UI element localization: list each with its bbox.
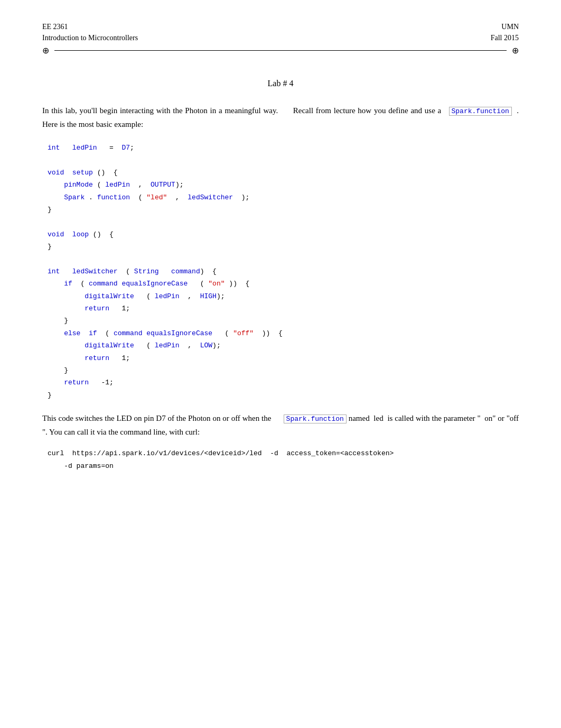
code-line-11: int ledSwitcher ( String command) { bbox=[48, 265, 519, 278]
lab-title: Lab # 4 bbox=[42, 79, 519, 88]
code-line-6: } bbox=[48, 204, 519, 216]
code-line-blank-2 bbox=[48, 216, 519, 228]
code-line-19: } bbox=[48, 364, 519, 376]
intro-paragraph: In this lab, you'll begin interacting wi… bbox=[42, 104, 519, 131]
body-paragraph: This code switches the LED on pin D7 of … bbox=[42, 412, 519, 439]
curl-line-2: -d params=on bbox=[48, 460, 519, 472]
code-line-5: Spark . function ( "led" , ledSwitcher )… bbox=[48, 191, 519, 204]
code-line-blank-3 bbox=[48, 253, 519, 265]
code-line-8: void loop () { bbox=[48, 228, 519, 241]
spark-function-inline-2: Spark.function bbox=[284, 414, 347, 423]
curl-line-1: curl https://api.spark.io/v1/devices/<de… bbox=[48, 447, 519, 459]
page: EE 2361 Introduction to Microcontrollers… bbox=[0, 0, 561, 728]
header-right: UMN Fall 2015 bbox=[491, 21, 519, 43]
main-content: Lab # 4 In this lab, you'll begin intera… bbox=[0, 58, 561, 493]
code-line-1: int ledPin = D7; bbox=[48, 142, 519, 154]
code-line-20: return -1; bbox=[48, 376, 519, 389]
code-line-16: else if ( command equalsIgnoreCase ( "of… bbox=[48, 327, 519, 339]
code-line-3: void setup () { bbox=[48, 167, 519, 179]
code-line-9: } bbox=[48, 241, 519, 253]
left-circle-symbol: ⊕ bbox=[42, 45, 49, 56]
right-circle-symbol: ⊕ bbox=[512, 45, 519, 56]
header: EE 2361 Introduction to Microcontrollers… bbox=[0, 0, 561, 43]
header-left: EE 2361 Introduction to Microcontrollers bbox=[42, 21, 138, 43]
code-line-15: } bbox=[48, 315, 519, 327]
semester: Fall 2015 bbox=[491, 32, 519, 43]
code-line-blank-1 bbox=[48, 154, 519, 166]
lab-title-text: Lab # 4 bbox=[268, 79, 294, 88]
school-name: UMN bbox=[501, 21, 519, 32]
curl-block: curl https://api.spark.io/v1/devices/<de… bbox=[42, 447, 519, 472]
code-line-4: pinMode ( ledPin , OUTPUT); bbox=[48, 179, 519, 191]
code-line-14: return 1; bbox=[48, 302, 519, 315]
course-name: Introduction to Microcontrollers bbox=[42, 32, 138, 43]
code-block: int ledPin = D7; void setup () { pinMode… bbox=[42, 142, 519, 401]
code-line-17: digitalWrite ( ledPin , LOW); bbox=[48, 339, 519, 352]
code-line-21: } bbox=[48, 389, 519, 401]
code-line-12: if ( command equalsIgnoreCase ( "on" )) … bbox=[48, 278, 519, 290]
course-code: EE 2361 bbox=[42, 21, 138, 32]
code-line-13: digitalWrite ( ledPin , HIGH); bbox=[48, 290, 519, 302]
code-line-18: return 1; bbox=[48, 352, 519, 364]
spark-function-inline: Spark.function bbox=[449, 107, 512, 116]
